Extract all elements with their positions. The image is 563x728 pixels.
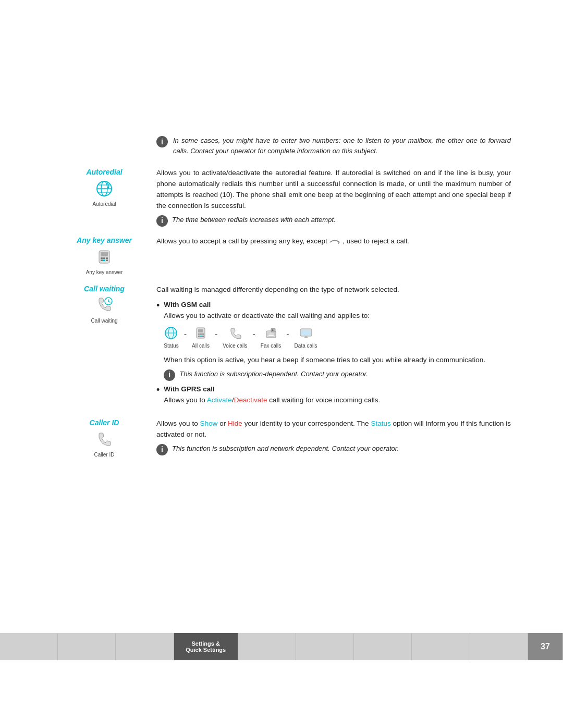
svg-rect-21: [198, 329, 203, 332]
caller-id-icon: [94, 429, 115, 450]
caller-id-title: Caller ID: [90, 418, 119, 427]
nav-tab-9[interactable]: [470, 633, 528, 660]
gsm-bullet: • With GSM call Allows you to activate o…: [156, 300, 511, 381]
voice-calls-icon-cell: Voice calls: [223, 326, 247, 350]
svg-rect-23: [200, 334, 202, 335]
mailbox-note: i In some cases, you might have to enter…: [52, 135, 511, 156]
svg-rect-12: [103, 260, 105, 261]
autoredial-body: Allows you to activate/deactivate the au…: [156, 168, 511, 227]
svg-rect-35: [301, 330, 311, 335]
status-icon-cell: Status: [164, 326, 178, 350]
svg-rect-26: [200, 336, 202, 337]
autoredial-icon: [94, 178, 115, 199]
fax-calls-icon-cell: Fax calls: [261, 326, 281, 350]
call-waiting-title: Call waiting: [84, 285, 125, 293]
any-key-answer-icon: [94, 246, 115, 267]
info-icon-3: i: [164, 369, 175, 381]
autoredial-left: Autoredial Autoredial: [52, 168, 156, 207]
nav-page-number: 37: [528, 633, 563, 660]
show-link[interactable]: Show: [200, 419, 218, 427]
autoredial-title: Autoredial: [86, 168, 122, 176]
info-icon: i: [156, 136, 168, 147]
svg-rect-7: [101, 252, 108, 256]
nav-bar: Settings & Quick Settings 37: [0, 633, 563, 660]
any-key-answer-body: Allows you to accept a call by pressing …: [156, 236, 511, 247]
nav-tab-6[interactable]: [296, 633, 354, 660]
call-waiting-section: Call waiting Call waiting Call waiting i…: [52, 285, 511, 409]
call-waiting-icon: [94, 295, 115, 316]
gprs-bullet: • With GPRS call Allows you to Activate/…: [156, 384, 511, 406]
caller-id-left: Caller ID Caller ID: [52, 418, 156, 458]
gprs-content: With GPRS call Allows you to Activate/De…: [164, 384, 511, 406]
autoredial-section: Autoredial Autoredial Allows you to acti…: [52, 168, 511, 227]
gsm-icon-row: Status -: [164, 326, 511, 350]
gsm-subscription-note: i This function is subscription-dependen…: [164, 369, 511, 381]
nav-tab-3[interactable]: [116, 633, 174, 660]
call-waiting-body: Call waiting is managed differently depe…: [156, 285, 511, 409]
info-icon-4: i: [156, 444, 168, 455]
hide-link[interactable]: Hide: [228, 419, 242, 427]
nav-tab-2[interactable]: [58, 633, 116, 660]
svg-rect-11: [101, 260, 103, 261]
svg-rect-29: [268, 332, 274, 336]
any-key-answer-left: Any key answer Any key answer: [52, 236, 156, 275]
autoredial-note: i The time between redials increases wit…: [156, 215, 511, 227]
autoredial-icon-label: Autoredial: [92, 201, 116, 207]
info-icon-2: i: [156, 215, 168, 227]
any-key-answer-title: Any key answer: [77, 236, 132, 244]
any-key-answer-section: Any key answer Any key answer Allows you: [52, 236, 511, 275]
status-link[interactable]: Status: [371, 419, 390, 427]
nav-tab-8[interactable]: [412, 633, 470, 660]
caller-id-icon-label: Caller ID: [94, 452, 115, 458]
deactivate-link[interactable]: Deactivate: [234, 396, 267, 404]
caller-id-section: Caller ID Caller ID Allows you to Show o…: [52, 418, 511, 458]
svg-rect-27: [202, 336, 204, 337]
caller-id-body: Allows you to Show or Hide your identity…: [156, 418, 511, 455]
nav-tab-7[interactable]: [354, 633, 412, 660]
nav-tab-5[interactable]: [238, 633, 296, 660]
caller-id-note: i This function is subscription and netw…: [156, 443, 511, 455]
svg-rect-25: [198, 336, 200, 337]
nav-tab-1[interactable]: [0, 633, 58, 660]
gsm-content: With GSM call Allows you to activate or …: [164, 300, 511, 381]
svg-rect-9: [103, 257, 105, 259]
activate-link[interactable]: Activate: [207, 396, 232, 404]
call-waiting-bullets: • With GSM call Allows you to activate o…: [156, 300, 511, 406]
all-calls-icon-cell: All calls: [192, 326, 210, 350]
svg-rect-8: [101, 257, 103, 259]
call-waiting-icon-label: Call waiting: [91, 318, 117, 324]
nav-tab-settings[interactable]: Settings & Quick Settings: [174, 633, 238, 660]
svg-rect-24: [202, 334, 204, 335]
data-calls-icon-cell: Data calls: [295, 326, 317, 350]
svg-rect-13: [106, 260, 108, 261]
call-waiting-left: Call waiting Call waiting: [52, 285, 156, 324]
svg-point-33: [272, 329, 273, 331]
svg-rect-22: [198, 334, 200, 335]
svg-rect-10: [106, 257, 108, 259]
any-key-answer-icon-label: Any key answer: [86, 269, 123, 275]
